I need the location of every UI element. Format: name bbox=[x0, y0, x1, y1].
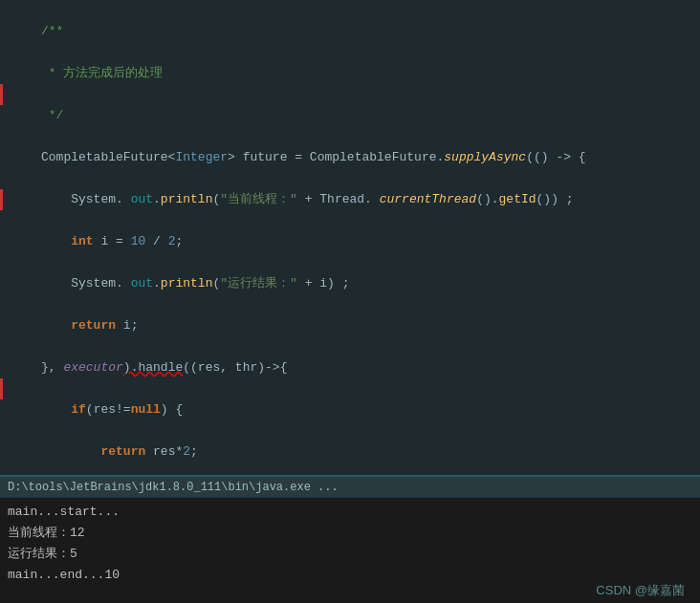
terminal-line-1: main...start... bbox=[8, 502, 692, 523]
code-line-10: if(res!=null) { bbox=[41, 399, 700, 420]
code-line-2: * 方法完成后的处理 bbox=[41, 63, 700, 84]
code-line-5: System. out.println("当前线程：" + Thread. cu… bbox=[41, 189, 700, 210]
terminal-line-2: 当前线程：12 bbox=[8, 523, 692, 544]
terminal-line-3: 运行结果：5 bbox=[8, 544, 692, 565]
breakpoint-indicator-1 bbox=[0, 84, 3, 105]
branding-text: CSDN @缘嘉菌 bbox=[596, 582, 685, 599]
code-line-6: int i = 10 / 2; bbox=[41, 231, 700, 252]
code-line-7: System. out.println("运行结果：" + i) ; bbox=[41, 273, 700, 294]
terminal: D:\tools\JetBrains\jdk1.8.0_111\bin\java… bbox=[0, 475, 700, 603]
terminal-path: D:\tools\JetBrains\jdk1.8.0_111\bin\java… bbox=[8, 481, 339, 494]
terminal-header: D:\tools\JetBrains\jdk1.8.0_111\bin\java… bbox=[0, 477, 700, 498]
code-line-9: }, executor).handle((res, thr)->{ bbox=[41, 357, 700, 378]
breakpoint-indicator-3 bbox=[0, 378, 3, 399]
code-line-4: CompletableFuture<Integer> future = Comp… bbox=[41, 147, 700, 168]
terminal-output: main...start... 当前线程：12 运行结果：5 main...en… bbox=[0, 498, 700, 590]
code-line-11: return res*2; bbox=[41, 441, 700, 463]
code-editor: /** * 方法完成后的处理 */ CompletableFuture<Inte… bbox=[0, 0, 700, 475]
breakpoint-indicator-2 bbox=[0, 189, 3, 210]
code-line-3: */ bbox=[41, 105, 700, 126]
code-line-1: /** bbox=[41, 21, 700, 42]
code-line-8: return i; bbox=[41, 315, 700, 336]
code-block: /** * 方法完成后的处理 */ CompletableFuture<Inte… bbox=[33, 0, 700, 475]
terminal-line-4: main...end...10 bbox=[8, 565, 692, 586]
